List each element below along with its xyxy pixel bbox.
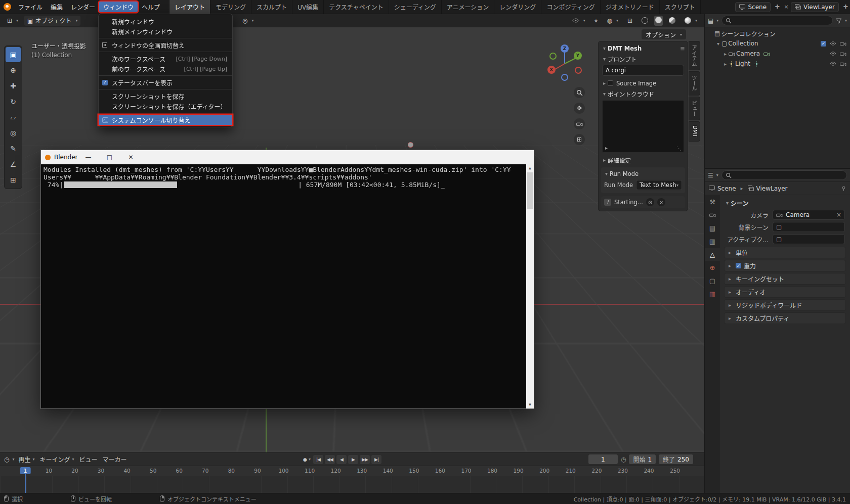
hide-eye-icon[interactable] [830, 62, 836, 66]
gizmo-z-negative[interactable] [561, 74, 568, 81]
menu-item[interactable]: ✓ステータスバーを表示 [99, 77, 232, 87]
scale-tool[interactable]: ▱ [6, 110, 21, 125]
source-image-checkbox[interactable] [608, 80, 613, 86]
maximize-button[interactable]: □ [99, 150, 120, 164]
menu-item[interactable]: 次のワークスペース[Ctrl] [Page Down] [99, 54, 232, 64]
hide-eye-icon[interactable] [830, 41, 836, 45]
run-mode-dropdown[interactable]: Text to Mesh▾ [636, 180, 682, 190]
prompt-section-header[interactable]: ▾ プロンプト [600, 54, 686, 64]
blender-logo-icon[interactable] [4, 3, 11, 11]
cursor-tool[interactable]: ⊕ [6, 63, 21, 78]
outliner-row-Camera[interactable]: ▸Camera [705, 49, 850, 59]
workspace-tab[interactable]: ジオメトリノード [601, 0, 660, 14]
menu-edit[interactable]: 編集 [47, 2, 67, 12]
sidebar-tab-dmt[interactable]: DMT [689, 121, 700, 142]
menu-item[interactable]: 前のワークスペース[Ctrl] [Page Up] [99, 64, 232, 74]
measure-tool[interactable]: ∠ [6, 157, 21, 172]
pointcloud-preview[interactable]: ▸ ⋱ [602, 100, 684, 153]
outliner-search-input[interactable] [721, 16, 833, 25]
end-frame-field[interactable]: 終了250 [659, 454, 693, 464]
workspace-tab[interactable]: スカルプト [251, 0, 292, 14]
start-frame-field[interactable]: 開始1 [629, 454, 656, 464]
scroll-up-icon[interactable]: ▲ [529, 164, 531, 172]
gizmo-x-axis[interactable]: X [547, 66, 556, 74]
xray-toggle[interactable]: ⊞ [624, 16, 635, 26]
sidebar-tab-アイテム[interactable]: アイテム [689, 41, 700, 70]
selectability-checkbox[interactable]: ✓ [821, 41, 826, 47]
workspace-tab[interactable]: レイアウト [169, 0, 210, 14]
collection-tab[interactable]: ▢ [705, 274, 720, 287]
section-キーイングセット[interactable]: ▸キーイングセット [724, 273, 846, 285]
output-tab[interactable]: ▤ [705, 221, 720, 235]
expand-chevron-icon[interactable]: ▸ [722, 61, 729, 67]
section-オーディオ[interactable]: ▸オーディオ [724, 286, 846, 298]
sidebar-tab-ビュー[interactable]: ビュー [689, 97, 700, 121]
ortho-toggle-icon[interactable]: ⊞ [574, 134, 585, 145]
menu-item[interactable]: 新規ウィンドウ [99, 16, 232, 26]
annotate-tool[interactable]: ✎ [6, 141, 21, 156]
console-title-bar[interactable]: Blender — □ ✕ [41, 150, 534, 164]
menu-file[interactable]: ファイル [14, 2, 47, 12]
camera-view-icon[interactable] [574, 118, 585, 129]
overlays-toggle[interactable]: ◍▾ [604, 16, 621, 26]
resize-grip-icon[interactable]: ⋱ [676, 146, 682, 151]
workspace-tab[interactable]: シェーディング [389, 0, 442, 14]
workspace-tab[interactable]: テクスチャペイント [324, 0, 389, 14]
minimize-button[interactable]: — [78, 150, 99, 164]
zoom-icon[interactable] [574, 87, 585, 98]
section-カスタムプロパティ[interactable]: ▸カスタムプロパティ [724, 312, 846, 324]
timeline-editor-type-button[interactable]: ◷▾ [4, 456, 15, 463]
console-scrollbar[interactable]: ▲ ▼ [526, 164, 534, 408]
shading-solid-button[interactable] [654, 16, 663, 26]
clear-icon[interactable]: × [836, 211, 841, 218]
filter-button[interactable]: ▾ [836, 18, 847, 24]
gizmos-toggle[interactable]: ⌖ [591, 16, 601, 26]
timeline-ruler[interactable]: 1102030405060708090100110120130140150160… [0, 466, 704, 493]
prompt-input[interactable]: A corgi [602, 65, 684, 76]
scrollbar-thumb[interactable] [527, 172, 533, 209]
render-tab[interactable] [705, 208, 720, 221]
jump-first-button[interactable]: |◀ [313, 455, 323, 464]
gizmo-z-axis[interactable]: Z [561, 44, 569, 53]
breadcrumb-view-layer[interactable]: ViewLayer [756, 185, 788, 192]
run-mode-section-header[interactable]: ▾ Run Mode [602, 168, 684, 179]
scene-section-header[interactable]: ▾ シーン [724, 197, 846, 209]
menu-item[interactable]: スクリーンショットを保存 [99, 91, 232, 101]
rotate-tool[interactable]: ↻ [6, 94, 21, 109]
advanced-settings-row[interactable]: ▸ 詳細設定 [600, 155, 686, 165]
disable-render-camera-icon[interactable] [840, 62, 846, 66]
system-console-window[interactable]: Blender — □ ✕ Modules Installed (dmt_mes… [40, 150, 534, 409]
tool-tab[interactable]: ⚒ [705, 195, 720, 208]
outliner-row-Collection[interactable]: ▾▢Collection✓ [705, 38, 850, 49]
menu-render[interactable]: レンダー [67, 2, 99, 12]
new-view-layer-button[interactable]: ✚ [841, 2, 850, 12]
jump-next-keyframe-button[interactable]: ▶▶ [360, 455, 370, 464]
move-tool[interactable]: ✚ [6, 78, 21, 94]
section-単位[interactable]: ▸単位 [724, 247, 846, 258]
options-dropdown[interactable]: オプション▾ [642, 29, 686, 39]
breadcrumb-scene[interactable]: Scene [717, 185, 736, 192]
proportional-edit-button[interactable]: ◎▾ [239, 16, 257, 26]
workspace-tab[interactable]: スクリプト [660, 0, 701, 14]
add-cube-tool[interactable]: ⊞ [6, 172, 21, 188]
close-button[interactable]: ✕ [120, 150, 142, 164]
timeline-menu-キーイング[interactable]: キーイング▾ [40, 455, 74, 464]
背景シーン-field[interactable]: ▢ [773, 222, 845, 232]
scroll-down-icon[interactable]: ▼ [529, 401, 531, 408]
timeline-menu-マーカー[interactable]: マーカー [103, 455, 127, 464]
navigation-gizmo[interactable]: Z Y X [545, 44, 584, 83]
アクティブク...-field[interactable]: ▢ [773, 234, 845, 244]
menu-help[interactable]: ヘルプ [138, 2, 164, 12]
auto-keying-icon[interactable]: ●▾ [302, 455, 312, 464]
jump-last-button[interactable]: ▶| [371, 455, 381, 464]
editor-type-button[interactable]: ⊞▾ [4, 16, 21, 26]
close-icon[interactable]: × [657, 198, 665, 206]
collapse-chevron-icon[interactable]: ▾ [715, 41, 721, 47]
gravity-checkbox[interactable]: ✓ [736, 263, 741, 268]
shading-material-button[interactable] [666, 16, 678, 26]
timeline-menu-ビュー[interactable]: ビュー [79, 455, 98, 464]
workspace-tab[interactable]: UV編集 [292, 0, 324, 14]
new-scene-button[interactable]: ✚ [773, 2, 782, 12]
workspace-tab[interactable]: モデリング [210, 0, 251, 14]
object-visibility-button[interactable]: ▾ [569, 16, 588, 26]
